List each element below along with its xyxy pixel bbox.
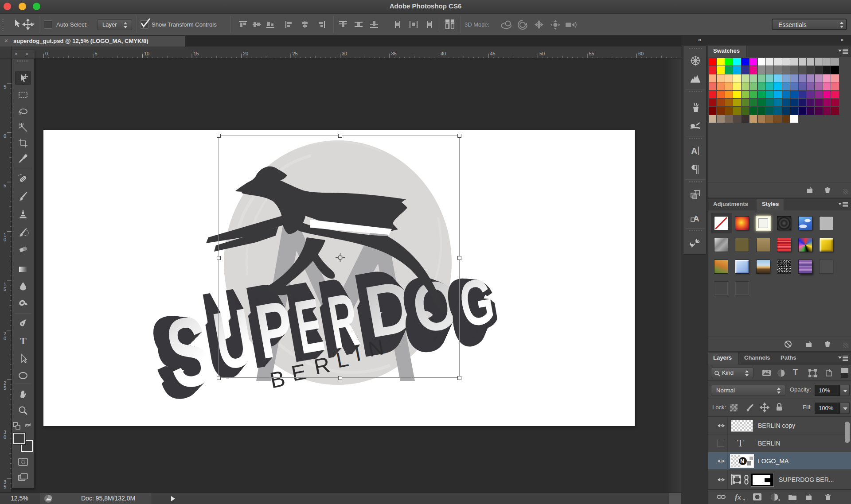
- svg-text:5: 5: [4, 183, 6, 188]
- svg-text:A: A: [691, 146, 697, 156]
- svg-text:5: 5: [95, 51, 98, 56]
- svg-text:30: 30: [342, 51, 347, 56]
- svg-text:0: 0: [45, 51, 48, 56]
- svg-text:0: 0: [4, 133, 6, 139]
- svg-text:20: 20: [243, 51, 248, 56]
- svg-text:5: 5: [4, 84, 6, 89]
- svg-text:fx: fx: [735, 493, 742, 501]
- svg-text:T: T: [20, 335, 27, 346]
- svg-text:0: 0: [4, 434, 6, 440]
- svg-text:45: 45: [490, 51, 496, 56]
- svg-text:10: 10: [144, 51, 149, 56]
- svg-text:35: 35: [391, 51, 397, 56]
- svg-text:0: 0: [4, 237, 6, 242]
- svg-text:60: 60: [638, 51, 644, 56]
- svg-text:55: 55: [589, 51, 594, 56]
- svg-text:15: 15: [194, 51, 199, 56]
- svg-text:40: 40: [441, 51, 446, 56]
- svg-text:50: 50: [539, 51, 545, 56]
- svg-text:5: 5: [4, 385, 6, 391]
- svg-text:0: 0: [4, 336, 6, 341]
- svg-text:N: N: [740, 458, 744, 465]
- svg-text:5: 5: [4, 484, 6, 489]
- svg-text:5: 5: [4, 287, 6, 292]
- svg-text:25: 25: [293, 51, 298, 56]
